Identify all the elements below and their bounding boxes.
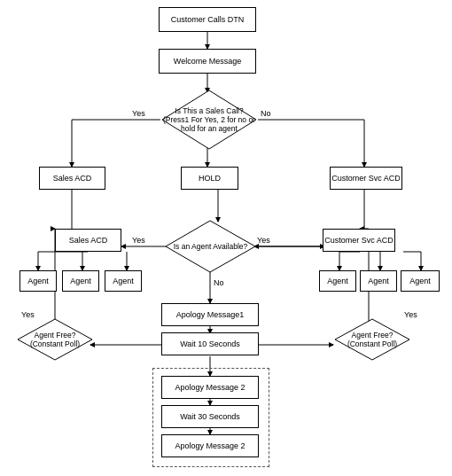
sales-acd1-node: Sales ACD [39, 167, 105, 190]
svg-text:Yes: Yes [132, 109, 145, 118]
svg-text:Yes: Yes [257, 236, 270, 245]
agent2-node: Agent [62, 270, 99, 292]
agent3-node: Agent [105, 270, 142, 292]
apology2a-node: Apology Message 2 [161, 376, 259, 399]
apology1-node: Apology Message1 [161, 303, 259, 326]
sales-call-label: Is This a Sales Call?(Press1 For Yes, 2 … [160, 105, 258, 136]
sales-acd2-node: Sales ACD [55, 229, 121, 252]
agent-available-label: Is an Agent Available? [172, 240, 250, 253]
wait30-node: Wait 30 Seconds [161, 405, 259, 428]
svg-text:Yes: Yes [132, 236, 145, 245]
agent-free-left-label: Agent Free? (Constant Poll) [16, 329, 94, 350]
wait10-node: Wait 10 Seconds [161, 332, 259, 355]
agent5-node: Agent [360, 270, 397, 292]
apology2b-node: Apology Message 2 [161, 434, 259, 457]
hold-node: HOLD [181, 167, 238, 190]
svg-text:No: No [261, 109, 271, 118]
agent1-node: Agent [19, 270, 57, 292]
customer-calls-node: Customer Calls DTN [159, 7, 256, 32]
cust-svc-acd2-node: Customer Svc ACD [323, 229, 395, 252]
sales-call-diamond: Is This a Sales Call?(Press1 For Yes, 2 … [160, 89, 258, 151]
agent-free-right-diamond: Agent Free? (Constant Poll) [333, 317, 411, 362]
agent6-node: Agent [401, 270, 440, 292]
cust-svc-acd1-node: Customer Svc ACD [330, 167, 402, 190]
svg-text:No: No [214, 278, 224, 287]
welcome-message-node: Welcome Message [159, 49, 256, 74]
flowchart-diagram: Yes No Yes Yes No Yes Yes Customer Calls… [0, 0, 452, 476]
agent-available-diamond: Is an Agent Available? [164, 219, 257, 274]
agent-free-left-diamond: Agent Free? (Constant Poll) [16, 317, 94, 362]
agent-free-right-label: Agent Free? (Constant Poll) [333, 329, 411, 350]
agent4-node: Agent [319, 270, 356, 292]
